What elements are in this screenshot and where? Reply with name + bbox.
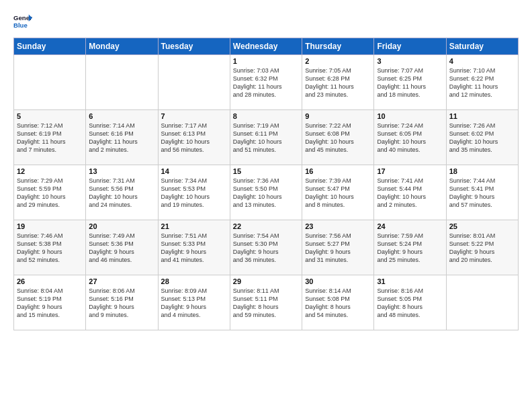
cell-info: Sunrise: 7:26 AM Sunset: 6:02 PM Dayligh… — [449, 122, 515, 154]
cell-info: Sunrise: 7:51 AM Sunset: 5:33 PM Dayligh… — [161, 232, 227, 265]
cell-info: Sunrise: 8:16 AM Sunset: 5:05 PM Dayligh… — [377, 287, 443, 320]
cell-info: Sunrise: 7:59 AM Sunset: 5:24 PM Dayligh… — [377, 232, 443, 265]
day-number: 22 — [233, 222, 299, 230]
calendar-cell: 17Sunrise: 7:41 AM Sunset: 5:44 PM Dayli… — [374, 165, 446, 220]
cell-info: Sunrise: 7:14 AM Sunset: 6:16 PM Dayligh… — [89, 122, 154, 154]
cell-info: Sunrise: 7:36 AM Sunset: 5:50 PM Dayligh… — [233, 177, 299, 210]
weekday-thursday: Thursday — [302, 38, 374, 55]
calendar-cell: 2Sunrise: 7:05 AM Sunset: 6:28 PM Daylig… — [302, 55, 374, 110]
cell-info: Sunrise: 8:11 AM Sunset: 5:11 PM Dayligh… — [233, 287, 299, 320]
day-number: 16 — [305, 167, 371, 175]
calendar-cell: 31Sunrise: 8:16 AM Sunset: 5:05 PM Dayli… — [374, 275, 446, 330]
day-number: 6 — [89, 112, 154, 120]
cell-info: Sunrise: 7:39 AM Sunset: 5:47 PM Dayligh… — [305, 177, 371, 210]
day-number: 23 — [305, 222, 371, 230]
day-number: 31 — [377, 277, 443, 285]
day-number: 2 — [305, 57, 371, 65]
calendar-cell: 22Sunrise: 7:54 AM Sunset: 5:30 PM Dayli… — [230, 220, 302, 275]
day-number: 25 — [449, 222, 515, 230]
calendar-cell: 19Sunrise: 7:46 AM Sunset: 5:38 PM Dayli… — [14, 220, 86, 275]
calendar-cell: 28Sunrise: 8:09 AM Sunset: 5:13 PM Dayli… — [158, 275, 230, 330]
calendar-cell: 24Sunrise: 7:59 AM Sunset: 5:24 PM Dayli… — [374, 220, 446, 275]
calendar-cell: 7Sunrise: 7:17 AM Sunset: 6:13 PM Daylig… — [158, 110, 230, 165]
calendar-cell: 18Sunrise: 7:44 AM Sunset: 5:41 PM Dayli… — [446, 165, 518, 220]
cell-info: Sunrise: 8:09 AM Sunset: 5:13 PM Dayligh… — [161, 287, 227, 320]
logo: General Blue — [13, 12, 32, 31]
cell-info: Sunrise: 7:31 AM Sunset: 5:56 PM Dayligh… — [89, 177, 154, 210]
day-number: 19 — [17, 222, 83, 230]
week-row-1: 5Sunrise: 7:12 AM Sunset: 6:19 PM Daylig… — [14, 110, 519, 165]
calendar-cell: 10Sunrise: 7:24 AM Sunset: 6:05 PM Dayli… — [374, 110, 446, 165]
week-row-4: 26Sunrise: 8:04 AM Sunset: 5:19 PM Dayli… — [14, 275, 519, 330]
calendar-cell: 14Sunrise: 7:34 AM Sunset: 5:53 PM Dayli… — [158, 165, 230, 220]
day-number: 21 — [161, 222, 227, 230]
weekday-monday: Monday — [86, 38, 158, 55]
week-row-2: 12Sunrise: 7:29 AM Sunset: 5:59 PM Dayli… — [14, 165, 519, 220]
cell-info: Sunrise: 7:29 AM Sunset: 5:59 PM Dayligh… — [17, 177, 83, 210]
calendar-cell: 6Sunrise: 7:14 AM Sunset: 6:16 PM Daylig… — [86, 110, 158, 165]
calendar-cell — [446, 275, 518, 330]
calendar-cell: 30Sunrise: 8:14 AM Sunset: 5:08 PM Dayli… — [302, 275, 374, 330]
calendar-cell: 9Sunrise: 7:22 AM Sunset: 6:08 PM Daylig… — [302, 110, 374, 165]
cell-info: Sunrise: 7:19 AM Sunset: 6:11 PM Dayligh… — [233, 122, 299, 154]
day-number: 4 — [449, 57, 515, 65]
day-number: 20 — [89, 222, 154, 230]
calendar-cell — [158, 55, 230, 110]
cell-info: Sunrise: 7:41 AM Sunset: 5:44 PM Dayligh… — [377, 177, 443, 210]
calendar-cell: 16Sunrise: 7:39 AM Sunset: 5:47 PM Dayli… — [302, 165, 374, 220]
weekday-header-row: SundayMondayTuesdayWednesdayThursdayFrid… — [14, 38, 519, 55]
cell-info: Sunrise: 8:06 AM Sunset: 5:16 PM Dayligh… — [89, 287, 154, 320]
weekday-wednesday: Wednesday — [230, 38, 302, 55]
calendar-cell: 23Sunrise: 7:56 AM Sunset: 5:27 PM Dayli… — [302, 220, 374, 275]
day-number: 3 — [377, 57, 443, 65]
calendar-cell: 27Sunrise: 8:06 AM Sunset: 5:16 PM Dayli… — [86, 275, 158, 330]
day-number: 8 — [233, 112, 299, 120]
calendar-cell: 29Sunrise: 8:11 AM Sunset: 5:11 PM Dayli… — [230, 275, 302, 330]
cell-info: Sunrise: 7:17 AM Sunset: 6:13 PM Dayligh… — [161, 122, 227, 154]
day-number: 12 — [17, 167, 83, 175]
cell-info: Sunrise: 7:34 AM Sunset: 5:53 PM Dayligh… — [161, 177, 227, 210]
calendar-cell: 21Sunrise: 7:51 AM Sunset: 5:33 PM Dayli… — [158, 220, 230, 275]
day-number: 11 — [449, 112, 515, 120]
cell-info: Sunrise: 7:12 AM Sunset: 6:19 PM Dayligh… — [17, 122, 83, 154]
day-number: 15 — [233, 167, 299, 175]
cell-info: Sunrise: 7:03 AM Sunset: 6:32 PM Dayligh… — [233, 66, 299, 99]
cell-info: Sunrise: 7:56 AM Sunset: 5:27 PM Dayligh… — [305, 232, 371, 265]
day-number: 17 — [377, 167, 443, 175]
day-number: 26 — [17, 277, 83, 285]
day-number: 18 — [449, 167, 515, 175]
day-number: 14 — [161, 167, 227, 175]
day-number: 10 — [377, 112, 443, 120]
day-number: 1 — [233, 57, 299, 65]
day-number: 24 — [377, 222, 443, 230]
calendar-cell: 26Sunrise: 8:04 AM Sunset: 5:19 PM Dayli… — [14, 275, 86, 330]
cell-info: Sunrise: 7:05 AM Sunset: 6:28 PM Dayligh… — [305, 66, 371, 99]
cell-info: Sunrise: 7:07 AM Sunset: 6:25 PM Dayligh… — [377, 66, 443, 99]
weekday-tuesday: Tuesday — [158, 38, 230, 55]
weekday-friday: Friday — [374, 38, 446, 55]
calendar-table: SundayMondayTuesdayWednesdayThursdayFrid… — [13, 38, 519, 330]
day-number: 13 — [89, 167, 154, 175]
cell-info: Sunrise: 7:49 AM Sunset: 5:36 PM Dayligh… — [89, 232, 154, 265]
calendar-cell: 4Sunrise: 7:10 AM Sunset: 6:22 PM Daylig… — [446, 55, 518, 110]
day-number: 7 — [161, 112, 227, 120]
calendar-cell: 12Sunrise: 7:29 AM Sunset: 5:59 PM Dayli… — [14, 165, 86, 220]
cell-info: Sunrise: 7:46 AM Sunset: 5:38 PM Dayligh… — [17, 232, 83, 265]
weekday-sunday: Sunday — [14, 38, 86, 55]
cell-info: Sunrise: 7:44 AM Sunset: 5:41 PM Dayligh… — [449, 177, 515, 210]
day-number: 28 — [161, 277, 227, 285]
day-number: 27 — [89, 277, 154, 285]
calendar-cell — [14, 55, 86, 110]
cell-info: Sunrise: 7:10 AM Sunset: 6:22 PM Dayligh… — [449, 66, 515, 99]
calendar-header: General Blue — [13, 12, 519, 31]
cell-info: Sunrise: 7:22 AM Sunset: 6:08 PM Dayligh… — [305, 122, 371, 154]
calendar-cell: 15Sunrise: 7:36 AM Sunset: 5:50 PM Dayli… — [230, 165, 302, 220]
week-row-3: 19Sunrise: 7:46 AM Sunset: 5:38 PM Dayli… — [14, 220, 519, 275]
week-row-0: 1Sunrise: 7:03 AM Sunset: 6:32 PM Daylig… — [14, 55, 519, 110]
calendar-cell — [86, 55, 158, 110]
weekday-saturday: Saturday — [446, 38, 518, 55]
day-number: 5 — [17, 112, 83, 120]
cell-info: Sunrise: 8:14 AM Sunset: 5:08 PM Dayligh… — [305, 287, 371, 320]
logo-icon: General Blue — [13, 12, 32, 31]
calendar-cell: 1Sunrise: 7:03 AM Sunset: 6:32 PM Daylig… — [230, 55, 302, 110]
